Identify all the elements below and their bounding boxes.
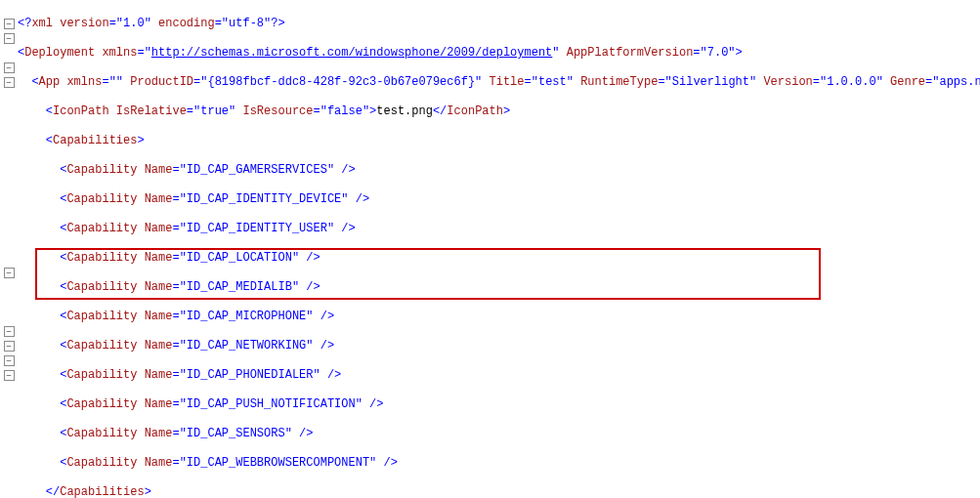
gutter-row[interactable] (0, 75, 18, 90)
fold-toggle-icon[interactable] (4, 268, 15, 278)
fold-toggle-icon[interactable] (4, 341, 15, 352)
fold-toggle-icon[interactable] (4, 33, 15, 44)
xmlns-url[interactable]: http://schemas.microsoft.com/windowsphon… (151, 46, 552, 60)
gutter-row (0, 441, 18, 456)
gutter-row (0, 192, 18, 207)
gutter-row (0, 280, 18, 295)
gutter-row[interactable] (0, 61, 18, 75)
gutter-row (0, 178, 18, 192)
gutter-row (0, 397, 18, 412)
xml-punct: <? (18, 17, 31, 30)
xml-tag: xml (31, 17, 53, 30)
fold-toggle-icon[interactable] (4, 77, 15, 88)
gutter-row (0, 310, 18, 324)
gutter-row (0, 119, 18, 134)
gutter-row (0, 46, 18, 61)
gutter-row (0, 207, 18, 222)
fold-toggle-icon[interactable] (4, 62, 15, 73)
fold-toggle-icon[interactable] (4, 326, 15, 337)
gutter-row[interactable] (0, 17, 18, 31)
gutter-row[interactable] (0, 31, 18, 46)
gutter-row (0, 427, 18, 441)
gutter-row (0, 90, 18, 104)
gutter-row[interactable] (0, 368, 18, 383)
gutter-row (0, 134, 18, 148)
gutter-row (0, 222, 18, 236)
gutter-row[interactable] (0, 353, 18, 368)
fold-toggle-icon[interactable] (4, 370, 15, 381)
gutter-row (0, 236, 18, 251)
gutter-row (0, 295, 18, 310)
xml-attr: version (53, 17, 109, 30)
gutter-row (0, 163, 18, 178)
xml-editor[interactable]: <?xml version="1.0" encoding="utf-8"?> <… (0, 0, 980, 498)
gutter-row[interactable] (0, 266, 18, 280)
code-area[interactable]: <?xml version="1.0" encoding="utf-8"?> <… (18, 0, 980, 498)
gutter-row[interactable] (0, 339, 18, 353)
fold-gutter (0, 0, 18, 498)
gutter-row (0, 412, 18, 427)
gutter-row (0, 383, 18, 397)
gutter-row (0, 148, 18, 163)
fold-toggle-icon[interactable] (4, 355, 15, 366)
gutter-row (0, 251, 18, 266)
gutter-row (0, 104, 18, 119)
fold-toggle-icon[interactable] (4, 19, 15, 29)
gutter-row[interactable] (0, 324, 18, 339)
gutter-row (0, 2, 18, 17)
